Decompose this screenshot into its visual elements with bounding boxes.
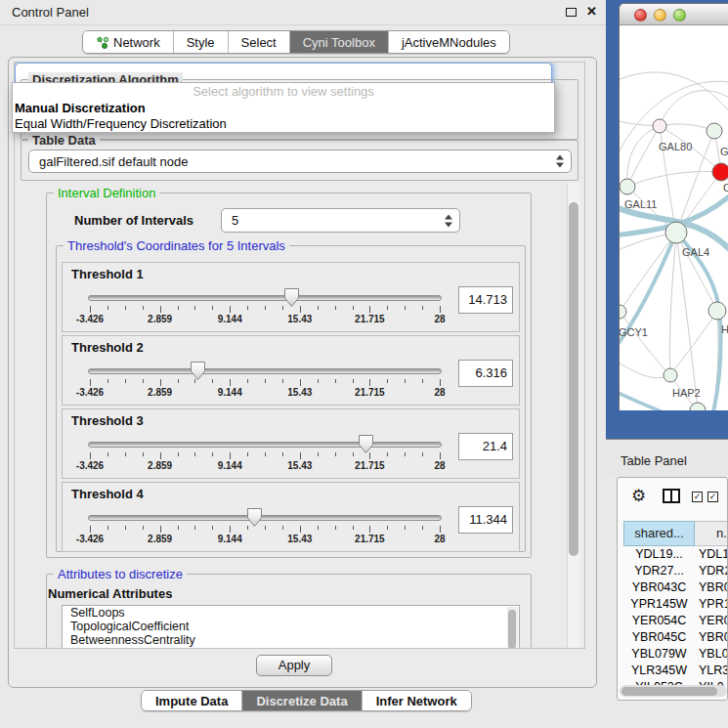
node-label-c: C (723, 182, 728, 193)
cell-name: YBL0 (699, 646, 728, 663)
tab-label: Style (187, 35, 215, 50)
cell-name: YLR3 (699, 663, 728, 679)
threshold-slider-track[interactable] (88, 515, 442, 521)
threshold-label: Threshold 1 (71, 267, 144, 281)
table-row[interactable]: YDR27...YDR2 (618, 563, 728, 579)
slider-ticks (63, 306, 519, 314)
slider-scale-labels: -3.4262.8599.14415.4321.71528 (63, 534, 519, 545)
tab-select[interactable]: Select (228, 31, 289, 53)
table-row[interactable]: YLR345WYLR3 (618, 663, 728, 679)
network-node[interactable] (653, 119, 666, 133)
threshold-value-field[interactable]: 21.4 (458, 433, 513, 460)
cell-name: YPR1 (699, 596, 728, 613)
column-header-shared-name[interactable]: shared... (623, 521, 695, 546)
table-row[interactable]: YBR043CYBR0 (618, 579, 728, 596)
float-window-icon[interactable] (566, 8, 577, 17)
network-node[interactable] (708, 302, 726, 320)
column-header-name[interactable]: n... (695, 521, 728, 546)
zoom-traffic-light-icon[interactable] (673, 9, 686, 21)
tab-cyni-toolbox[interactable]: Cyni Toolbox (289, 31, 388, 53)
cell-name: YDR2 (699, 563, 728, 579)
checkbox-icon[interactable]: ✓ (707, 492, 718, 502)
tab-infer-network[interactable]: Infer Network (362, 691, 471, 710)
table-row[interactable]: YDL19...YDL1 (618, 546, 728, 563)
tab-label: Impute Data (155, 694, 228, 708)
group-title: Threshold's Coordinates for 5 Intervals (64, 238, 289, 253)
tab-label: jActiveMNodules (402, 35, 496, 50)
tab-impute-data[interactable]: Impute Data (142, 691, 241, 710)
cell-name: YBR0 (699, 629, 728, 646)
cell-name: YBR0 (699, 579, 728, 596)
tab-jactivemnodules[interactable]: jActiveMNodules (388, 31, 509, 53)
slider-scale-labels: -3.4262.8599.14415.4321.71528 (63, 387, 519, 399)
numerical-attributes-list[interactable]: SelfLoopsTopologicalCoefficientBetweenne… (62, 605, 520, 649)
control-panel-titlebar: Control Panel ✕ (0, 0, 606, 25)
table-horizontal-scrollbar[interactable] (620, 685, 727, 697)
table-row[interactable]: YPR145WYPR1 (618, 596, 728, 613)
network-icon (96, 36, 108, 49)
table-row[interactable]: YBR045CYBR0 (618, 629, 728, 646)
network-window-titlebar[interactable] (620, 4, 728, 25)
network-node[interactable] (620, 179, 635, 194)
minimize-traffic-light-icon[interactable] (654, 9, 666, 21)
threshold-slider-thumb[interactable] (190, 361, 206, 381)
dropdown-placeholder-option[interactable]: Select algorithm to view settings (13, 83, 554, 101)
slider-scale-labels: -3.4262.8599.14415.4321.71528 (63, 314, 519, 325)
network-canvas[interactable]: GAL80GGAL11CGAL4GCY1HHAP2 (620, 25, 728, 410)
panel-scrollbar-thumb[interactable] (569, 202, 578, 556)
algorithm-dropdown-popup: Select algorithm to view settings Manual… (12, 82, 555, 133)
close-icon[interactable]: ✕ (586, 4, 597, 19)
threshold-label: Threshold 2 (71, 340, 144, 355)
slider-ticks (63, 379, 519, 387)
discretize-content-panel: Discretization Algorithm Table Data galF… (14, 62, 585, 649)
dropdown-option-manual-discretization[interactable]: Manual Discretization (13, 101, 554, 116)
threshold-slider-track[interactable] (88, 295, 442, 301)
tab-style[interactable]: Style (173, 31, 228, 53)
cell-shared-name: YDL19... (623, 546, 695, 563)
threshold-slider-thumb[interactable] (283, 287, 300, 308)
network-node[interactable] (664, 368, 677, 382)
cell-name: YDL1 (699, 546, 728, 563)
apply-button[interactable]: Apply (256, 655, 332, 676)
threshold-slider-track[interactable] (88, 442, 442, 448)
number-of-intervals-label: Number of Intervals (74, 213, 193, 228)
threshold-value-field[interactable]: 6.316 (458, 360, 513, 387)
list-item-betweennesscentrality[interactable]: BetweennessCentrality (63, 633, 519, 647)
cell-shared-name: YPR145W (623, 596, 695, 613)
number-of-intervals-combobox[interactable]: 5 (221, 208, 460, 233)
list-item-selfloops[interactable]: SelfLoops (63, 606, 519, 620)
bottom-tab-bar: Impute DataDiscretize DataInfer Network (141, 690, 472, 711)
table-rows: YDL19...YDL1YDR27...YDR2YBR043CYBR0YPR14… (618, 546, 728, 696)
threshold-value-field[interactable]: 11.344 (458, 506, 513, 534)
gear-icon[interactable]: ⚙ (631, 486, 646, 506)
node-label-hap2: HAP2 (672, 387, 701, 399)
table-row[interactable]: YBL079WYBL0 (618, 646, 728, 663)
tab-discretize-data[interactable]: Discretize Data (241, 691, 361, 710)
network-node[interactable] (665, 222, 687, 243)
network-node[interactable] (707, 123, 722, 139)
node-table-panel: ⚙ ✓ ✓ shared... n... YDL19...YDL1YDR27..… (617, 477, 728, 701)
cell-shared-name: YBL079W (623, 646, 695, 663)
threshold-slider-track[interactable] (88, 368, 442, 374)
split-columns-icon[interactable] (663, 489, 680, 503)
table-panel-titlebar: Table Panel (606, 439, 728, 477)
node-label-gal80: GAL80 (659, 141, 692, 152)
table-row[interactable]: YER054CYER0 (618, 613, 728, 629)
threshold-slider-thumb[interactable] (358, 434, 374, 454)
list-item-topologicalcoefficient[interactable]: TopologicalCoefficient (63, 620, 519, 633)
network-node[interactable] (620, 305, 626, 319)
node-label-h: H (721, 323, 728, 335)
table-data-combobox[interactable]: galFiltered.sif default node (28, 150, 572, 173)
slider-scale-labels: -3.4262.8599.14415.4321.71528 (63, 460, 519, 472)
close-traffic-light-icon[interactable] (634, 9, 647, 21)
network-graph: GAL80GGAL11CGAL4GCY1HHAP2 (620, 25, 728, 410)
threshold-slider-thumb[interactable] (246, 507, 263, 528)
cell-shared-name: YER054C (623, 613, 695, 629)
list-scrollbar[interactable] (507, 607, 518, 649)
tab-network[interactable]: Network (83, 31, 173, 53)
network-node[interactable] (712, 163, 728, 181)
threshold-value-field[interactable]: 14.713 (458, 286, 513, 314)
dropdown-option-equal-width-frequency[interactable]: Equal Width/Frequency Discretization (13, 116, 554, 132)
network-view-window: GAL80GGAL11CGAL4GCY1HHAP2 (619, 3, 728, 410)
checkbox-icon[interactable]: ✓ (692, 492, 703, 502)
